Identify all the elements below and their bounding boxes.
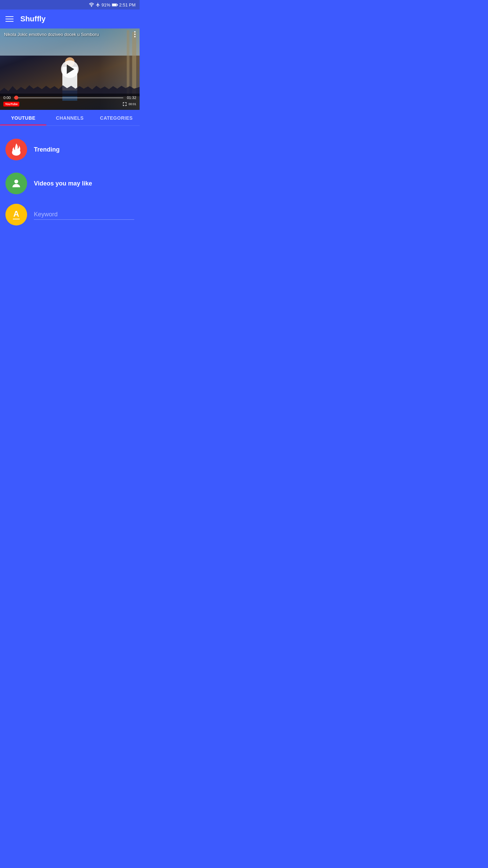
trending-label: Trending [34,146,60,153]
overlay-time: 00:01 [128,102,136,106]
menu-button[interactable] [5,16,14,22]
video-controls: 0:00 01:32 YouTube 00:01 [0,94,140,110]
status-bar: 91% 2:51 PM [0,0,140,9]
battery-percent: 91% [102,2,110,7]
fire-icon [11,143,22,156]
tab-categories[interactable]: CATEGORIES [93,110,140,125]
keyword-input[interactable] [34,210,134,220]
video-more-button[interactable] [134,31,136,37]
video-player: Nikola Jokic emotivno doziveo docek u So… [0,28,140,110]
videos-may-like-label: Videos you may like [34,180,92,187]
list-item-videos-you-may-like[interactable]: Videos you may like [5,166,134,200]
svg-point-4 [14,180,18,183]
fullscreen-button[interactable]: 00:01 [122,101,136,107]
person-icon-circle [5,173,27,194]
airplane-icon [96,2,100,7]
crowd-layer [0,76,140,96]
progress-bar-area[interactable]: 0:00 01:32 [3,96,136,100]
tab-channels[interactable]: CHANNELS [46,110,93,125]
content-list: Trending Videos you may like A [0,126,140,236]
controls-bottom-row: YouTube 00:01 [3,101,136,107]
progress-fill [14,97,16,98]
app-title: Shuffly [20,15,46,23]
a-letter-icon: A [13,210,20,219]
keyword-icon-circle: A [5,204,27,225]
play-button[interactable] [61,60,79,78]
a-underline [13,219,20,219]
wifi-icon [89,3,94,7]
tabs-bar: YOUTUBE CHANNELS CATEGORIES [0,110,140,126]
current-time: 0:00 [3,96,11,100]
progress-track[interactable] [14,97,123,98]
person-icon [11,178,22,189]
status-icons: 91% 2:51 PM [89,2,136,7]
svg-rect-3 [112,4,117,6]
a-letter: A [13,210,19,218]
total-time: 01:32 [127,96,136,100]
list-item-trending[interactable]: Trending [5,133,134,166]
keyword-input-wrap[interactable] [34,210,134,220]
battery-icon [112,3,118,7]
youtube-logo: YouTube [3,102,19,106]
svg-rect-2 [117,4,118,5]
video-title: Nikola Jokic emotivno doziveo docek u So… [4,32,99,38]
tab-youtube[interactable]: YOUTUBE [0,110,46,125]
svg-point-0 [91,6,92,7]
app-bar: Shuffly [0,9,140,28]
clock: 2:51 PM [119,2,136,7]
trending-icon-circle [5,139,27,160]
progress-thumb [14,96,18,100]
list-item-keyword: A [5,200,134,229]
